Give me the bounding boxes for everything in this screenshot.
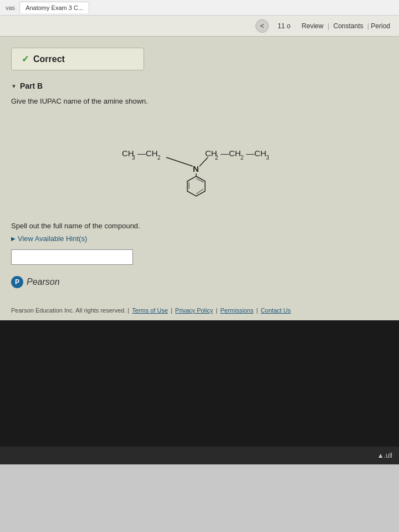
spell-out-text: Spell out the full name of the compound.: [11, 222, 388, 230]
browser-bar: vas Anatomy Exam 3 C...: [0, 0, 399, 16]
taskbar-icons: ▲.ull: [377, 452, 392, 459]
footer-sep2: |: [216, 307, 218, 314]
correct-label: Correct: [33, 54, 65, 64]
hint-link[interactable]: ▶ View Available Hint(s): [11, 234, 388, 243]
footer: Pearson Education Inc. All rights reserv…: [0, 303, 399, 320]
footer-text: Pearson Education Inc. All rights reserv…: [11, 307, 129, 314]
browser-tab[interactable]: Anatomy Exam 3 C...: [19, 2, 89, 13]
pearson-name: Pearson: [27, 277, 60, 287]
privacy-link[interactable]: Privacy Policy: [175, 307, 213, 314]
correct-badge: ✓ Correct: [11, 48, 144, 70]
svg-text:3: 3: [266, 155, 269, 161]
footer-sep3: |: [256, 307, 258, 314]
permissions-link[interactable]: Permissions: [221, 307, 254, 314]
pearson-logo: P Pearson: [11, 276, 388, 288]
question-area: ✓ Correct ▼ Part B Give the IUPAC name o…: [0, 37, 399, 303]
chemical-diagram: CH 3 —CH 2 CH 2 —CH 2 —CH 3 N: [11, 116, 388, 205]
svg-line-14: [196, 189, 203, 194]
hint-label: View Available Hint(s): [18, 234, 87, 243]
terms-link[interactable]: Terms of Use: [132, 307, 168, 314]
svg-line-10: [166, 157, 193, 166]
svg-text:N: N: [193, 164, 199, 173]
top-links: Review | Constants | Period: [299, 22, 390, 30]
svg-text:—CH: —CH: [246, 149, 267, 158]
main-content: < 11 o Review | Constants | Period ✓ Cor…: [0, 16, 399, 320]
wifi-icon: ▲.ull: [377, 452, 392, 459]
svg-text:2: 2: [241, 155, 244, 161]
collapse-icon[interactable]: ▼: [11, 83, 17, 89]
contact-link[interactable]: Contact Us: [260, 307, 290, 314]
pearson-icon: P: [11, 276, 23, 288]
molecule-svg: CH 3 —CH 2 CH 2 —CH 2 —CH 3 N: [89, 116, 310, 205]
footer-sep1: |: [171, 307, 172, 314]
taskbar: ▲.ull: [0, 447, 399, 464]
svg-line-11: [200, 157, 208, 166]
svg-text:3: 3: [132, 155, 135, 161]
top-bar: < 11 o Review | Constants | Period: [0, 16, 399, 37]
svg-text:—CH: —CH: [137, 149, 158, 158]
check-icon: ✓: [22, 54, 29, 64]
svg-marker-12: [187, 176, 205, 196]
desktop-area: ▲.ull: [0, 320, 399, 464]
svg-text:—CH: —CH: [221, 149, 241, 158]
svg-line-13: [196, 178, 203, 182]
constants-link[interactable]: Constants: [333, 22, 363, 30]
browser-prefix: vas: [6, 4, 15, 11]
part-b-header: ▼ Part B: [11, 81, 388, 90]
question-count: 11 o: [278, 22, 290, 30]
hint-arrow-icon: ▶: [11, 236, 16, 242]
svg-text:2: 2: [157, 155, 161, 161]
svg-text:2: 2: [215, 155, 218, 161]
question-text: Give the IUPAC name of the amine shown.: [11, 97, 388, 105]
part-b-label: Part B: [20, 81, 43, 90]
period-label: Period: [371, 22, 390, 30]
review-link[interactable]: Review: [301, 22, 323, 30]
answer-input[interactable]: [11, 249, 133, 265]
back-button[interactable]: <: [255, 19, 269, 33]
